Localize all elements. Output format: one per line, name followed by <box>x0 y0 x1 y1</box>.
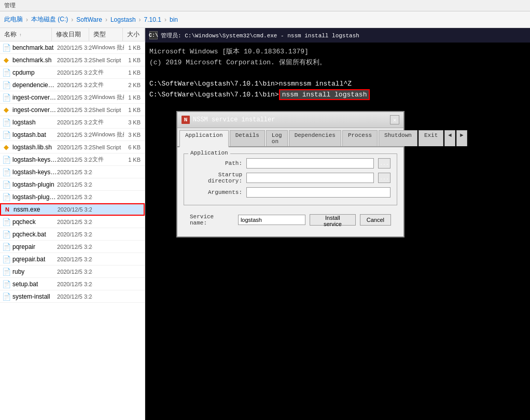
file-date: 2020/12/5 3:24 <box>57 219 92 225</box>
tab-prev[interactable]: ◄ <box>444 130 455 146</box>
tab-shutdown[interactable]: Shutdown <box>379 130 417 146</box>
file-date: 2020/12/5 3:24 <box>57 119 92 125</box>
dialog-close-button[interactable]: ✕ <box>390 115 399 124</box>
cmd-command-text: nssmnssm install^Z <box>279 80 352 88</box>
col-header-name[interactable]: 名称 ↑ <box>0 28 52 41</box>
file-size: 6 KB <box>124 144 145 150</box>
cmd-line-3 <box>149 68 526 79</box>
file-name: benchmark.bat <box>12 44 57 51</box>
table-row[interactable]: 📄 logstash 2020/12/5 3:24 文件 3 KB <box>0 116 145 129</box>
table-row[interactable]: 📄 logstash.bat 2020/12/5 3:24 Windows 批处… <box>0 129 145 141</box>
table-row[interactable]: ◆ ingest-convert.sh 2020/12/5 3:24 Shell… <box>0 104 145 116</box>
file-date: 2020/12/5 3:24 <box>57 181 92 188</box>
startup-dir-input[interactable]: C:\SoftWare\Logstash\7.10.1\bin <box>246 173 374 183</box>
install-service-button[interactable]: Install service <box>310 214 356 226</box>
bat-icon: 📄 <box>1 229 11 240</box>
table-row[interactable]: 📄 setup.bat 2020/12/5 3:24 <box>0 278 145 290</box>
nssm-icon: N <box>2 204 12 215</box>
dialog-n-icon: N <box>182 116 190 124</box>
table-row[interactable]: 📄 pqcheck.bat 2020/12/5 3:24 <box>0 228 145 241</box>
table-row[interactable]: 📄 ingest-convert.bat 2020/12/5 3:24 Wind… <box>0 91 145 104</box>
arguments-input[interactable]: C:\SoftWare\Logstash\7.10.1\config\logst… <box>246 187 390 198</box>
file-name: nssm.exe <box>13 206 58 213</box>
group-title: Application <box>188 150 230 156</box>
tab-process[interactable]: Process <box>342 130 378 146</box>
file-icon: 📄 <box>1 155 11 165</box>
file-size: 1 KB <box>124 45 145 51</box>
file-date: 2020/12/5 3:24 <box>57 144 92 150</box>
file-icon: 📄 <box>1 267 11 277</box>
dialog-title-text: NSSM service installer <box>193 116 275 123</box>
file-list-scroll[interactable]: 📄 benchmark.bat 2020/12/5 3:24 Windows 批… <box>0 41 145 420</box>
tab-next[interactable]: ► <box>456 130 467 146</box>
tab-logon[interactable]: Log on <box>266 130 288 146</box>
file-name: system-install <box>12 293 57 300</box>
table-row[interactable]: 📄 logstash-plugin 2020/12/5 3:24 <box>0 178 145 191</box>
sh-icon: ◆ <box>1 105 11 115</box>
file-list-header: 名称 ↑ 修改日期 类型 大小 <box>0 28 145 41</box>
table-row[interactable]: 📄 logstash-plugin.bat 2020/12/5 3:24 <box>0 191 145 203</box>
table-row[interactable]: 📄 logstash-keystore.bat 2020/12/5 3:24 <box>0 166 145 178</box>
startup-dir-browse-button[interactable]: ... <box>378 173 390 183</box>
table-row[interactable]: 📄 cpdump 2020/12/5 3:24 文件 1 KB <box>0 66 145 79</box>
table-row[interactable]: 📄 ruby 2020/12/5 3:24 <box>0 265 145 278</box>
breadcrumb-logstash[interactable]: Logstash <box>110 16 136 23</box>
dialog-tabs: Application Details Log on Dependencies … <box>177 128 403 147</box>
file-date: 2020/12/5 3:24 <box>57 244 92 250</box>
path-input[interactable]: C:\SoftWare\Logstash\7.10.1\bin\logstash… <box>246 158 374 169</box>
tab-details[interactable]: Details <box>230 130 265 146</box>
col-header-type[interactable]: 类型 <box>89 28 123 41</box>
cmd-icon: C:\ <box>149 31 158 39</box>
breadcrumb-software[interactable]: SoftWare <box>76 16 102 23</box>
path-browse-button[interactable]: ... <box>378 158 390 169</box>
table-row[interactable]: 📄 pqrepair 2020/12/5 3:24 <box>0 241 145 253</box>
table-row[interactable]: 📄 dependencies-report 2020/12/5 3:24 文件 … <box>0 79 145 91</box>
breadcrumb-computer[interactable]: 此电脑 <box>4 15 23 24</box>
file-name: setup.bat <box>12 281 57 288</box>
breadcrumb-bin[interactable]: bin <box>170 16 178 23</box>
table-row[interactable]: ◆ logstash.lib.sh 2020/12/5 3:24 Shell S… <box>0 141 145 153</box>
tab-exit[interactable]: Exit <box>419 130 443 146</box>
col-header-date[interactable]: 修改日期 <box>52 28 89 41</box>
file-type: 文件 <box>92 68 124 76</box>
file-size: 3 KB <box>124 132 145 138</box>
tab-dependencies[interactable]: Dependencies <box>289 130 341 146</box>
file-icon: 📄 <box>1 291 11 302</box>
file-name: cpdump <box>12 69 57 76</box>
cmd-title-text: 管理员: C:\Windows\System32\cmd.exe - nssm … <box>161 32 359 39</box>
tab-application[interactable]: Application <box>179 130 229 147</box>
bat-icon: 📄 <box>1 167 11 177</box>
table-row[interactable]: ◆ benchmark.sh 2020/12/5 3:24 Shell Scri… <box>0 54 145 66</box>
file-size: 1 KB <box>124 107 145 113</box>
main-content: 名称 ↑ 修改日期 类型 大小 📄 benchmark.bat 2020/12/… <box>0 28 530 420</box>
cancel-button[interactable]: Cancel <box>360 214 391 226</box>
file-icon: 📄 <box>1 117 11 128</box>
file-date: 2020/12/5 3:24 <box>57 293 92 300</box>
file-date: 2020/12/5 3:24 <box>57 157 92 163</box>
address-bar: 此电脑 › 本地磁盘 (C:) › SoftWare › Logstash › … <box>0 11 530 28</box>
file-name: benchmark.sh <box>12 57 57 64</box>
file-name: logstash.bat <box>12 131 57 138</box>
file-name: dependencies-report <box>12 81 57 89</box>
bat-icon: 📄 <box>1 279 11 289</box>
service-name-input[interactable] <box>238 215 305 225</box>
breadcrumb-drive[interactable]: 本地磁盘 (C:) <box>31 15 68 24</box>
table-row[interactable]: 📄 logstash-keystore 2020/12/5 3:24 文件 1 … <box>0 153 145 166</box>
file-name: pqcheck.bat <box>12 231 57 238</box>
file-type: Shell Script <box>92 107 124 113</box>
breadcrumb-version[interactable]: 7.10.1 <box>144 16 161 23</box>
bat-icon: 📄 <box>1 192 11 202</box>
arguments-label: Arguments: <box>190 189 242 195</box>
dialog-footer: Service name: Install service Cancel <box>184 212 397 230</box>
table-row[interactable]: 📄 benchmark.bat 2020/12/5 3:24 Windows 批… <box>0 41 145 54</box>
table-row[interactable]: 📄 pqcheck 2020/12/5 3:24 <box>0 216 145 228</box>
bat-icon: 📄 <box>1 130 11 140</box>
table-row[interactable]: N nssm.exe 2020/12/5 3:24 <box>0 203 145 216</box>
file-name: ruby <box>12 268 57 275</box>
startup-dir-field: Startup directory: C:\SoftWare\Logstash\… <box>190 172 390 184</box>
file-name: ingest-convert.bat <box>12 94 57 101</box>
col-header-size[interactable]: 大小 <box>123 28 145 41</box>
table-row[interactable]: 📄 system-install 2020/12/5 3:24 <box>0 290 145 303</box>
table-row[interactable]: 📄 pqrepair.bat 2020/12/5 3:24 <box>0 253 145 265</box>
file-type: Shell Script <box>92 57 124 63</box>
